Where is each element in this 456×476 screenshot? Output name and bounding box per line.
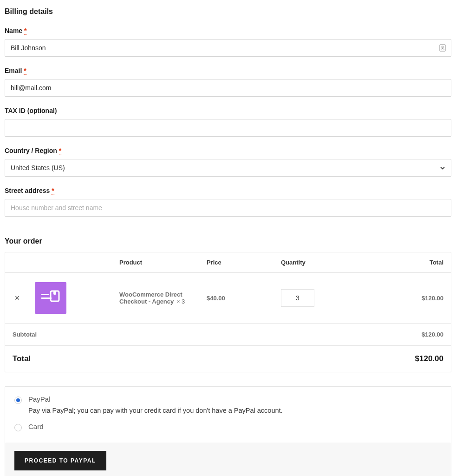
country-label-text: Country / Region: [5, 147, 57, 154]
total-row: Total $120.00: [5, 346, 451, 372]
order-table: Product Price Quantity Total × WooCommer…: [5, 252, 451, 372]
card-label: Card: [28, 423, 44, 430]
svg-rect-5: [53, 291, 56, 295]
email-input[interactable]: [5, 79, 451, 97]
subtotal-value: $120.00: [422, 331, 443, 338]
payment-options: PayPal Pay via PayPal; you can pay with …: [5, 387, 451, 443]
street-field-group: Street address *: [5, 187, 451, 217]
th-price: Price: [207, 259, 281, 266]
product-cell: ×: [13, 282, 119, 314]
payment-option-paypal[interactable]: PayPal Pay via PayPal; you can pay with …: [14, 395, 442, 414]
proceed-button[interactable]: Proceed to PayPal: [14, 451, 106, 470]
order-table-header: Product Price Quantity Total: [5, 252, 451, 273]
street-label: Street address *: [5, 187, 451, 194]
payment-footer: Proceed to PayPal: [5, 443, 451, 476]
country-select[interactable]: United States (US): [5, 159, 451, 177]
paypal-label: PayPal: [28, 395, 283, 403]
price-cell: $40.00: [207, 295, 281, 302]
required-mark: *: [52, 187, 54, 195]
name-label: Name *: [5, 27, 451, 34]
table-row: × WooCommerce Direct Checkout - Agency ×…: [5, 273, 451, 324]
tax-field-group: TAX ID (optional): [5, 107, 451, 137]
remove-item-button[interactable]: ×: [13, 294, 22, 302]
product-thumbnail: [35, 282, 66, 314]
svg-rect-2: [41, 294, 49, 295]
billing-heading: Billing details: [5, 7, 451, 16]
product-qty-mult: × 3: [176, 298, 185, 305]
tax-label: TAX ID (optional): [5, 107, 451, 114]
product-icon: [41, 290, 60, 306]
required-mark: *: [59, 147, 61, 155]
payment-option-card[interactable]: Card: [14, 423, 442, 431]
th-product: Product: [119, 259, 207, 266]
svg-point-1: [442, 46, 443, 48]
email-label-text: Email: [5, 67, 22, 74]
th-quantity: Quantity: [281, 259, 365, 266]
line-total-cell: $120.00: [365, 295, 443, 302]
total-label: Total: [13, 354, 415, 364]
paypal-description: Pay via PayPal; you can pay with your cr…: [28, 407, 283, 414]
country-field-group: Country / Region * United States (US): [5, 147, 451, 177]
name-label-text: Name: [5, 27, 22, 34]
required-mark: *: [24, 27, 26, 35]
email-field-group: Email *: [5, 67, 451, 97]
tax-input[interactable]: [5, 119, 451, 137]
subtotal-label: Subtotal: [13, 331, 422, 338]
radio-card[interactable]: [14, 424, 22, 431]
contact-card-icon: [439, 44, 446, 52]
subtotal-row: Subtotal $120.00: [5, 324, 451, 346]
quantity-cell: [281, 289, 365, 307]
product-name-cell: WooCommerce Direct Checkout - Agency × 3: [119, 291, 207, 305]
th-total: Total: [365, 259, 443, 266]
order-heading: Your order: [5, 237, 451, 245]
street-input[interactable]: [5, 199, 451, 217]
payment-box: PayPal Pay via PayPal; you can pay with …: [5, 386, 451, 476]
product-name: WooCommerce Direct Checkout - Agency: [119, 291, 182, 305]
required-mark: *: [24, 67, 26, 75]
email-label: Email *: [5, 67, 451, 74]
name-input[interactable]: [5, 39, 451, 57]
name-field-group: Name *: [5, 27, 451, 57]
street-label-text: Street address: [5, 187, 50, 194]
total-value: $120.00: [415, 354, 443, 364]
radio-paypal[interactable]: [14, 397, 22, 404]
quantity-input[interactable]: [281, 289, 314, 307]
country-label: Country / Region *: [5, 147, 451, 154]
